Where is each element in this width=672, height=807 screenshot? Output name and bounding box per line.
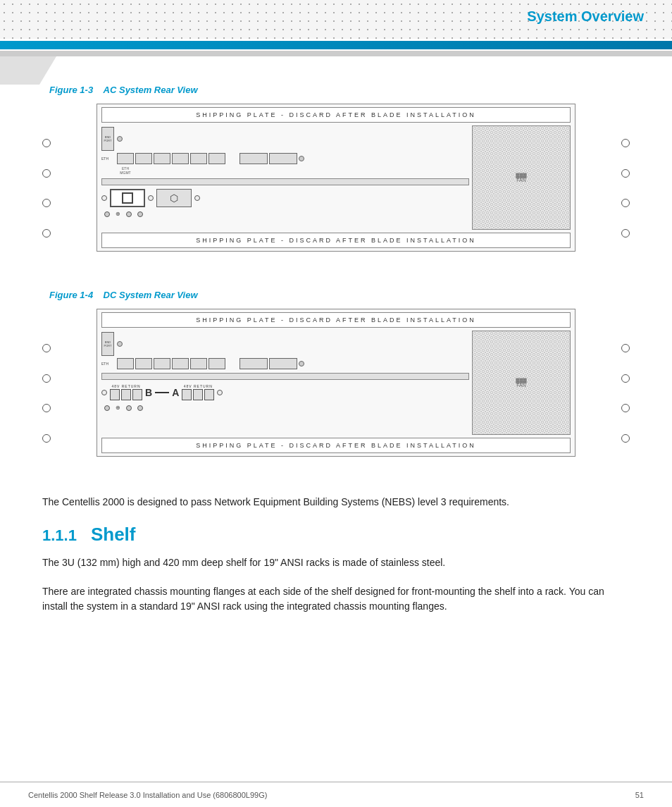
dc-circle-l3: [42, 404, 51, 412]
rack-middle-ac: BND PORT ETH: [97, 125, 575, 230]
body-text-nebs: The Centellis 2000 is designed to pass N…: [42, 495, 630, 510]
ac-rack-diagram: SHIPPING PLATE - DISCARD AFTER BLADE INS…: [97, 104, 575, 252]
dc-circle-l1: [42, 344, 51, 352]
shipping-plate-bottom-ac: SHIPPING PLATE - DISCARD AFTER BLADE INS…: [101, 233, 571, 248]
dc-circle-r4: [621, 434, 630, 443]
header-gray-bar: [0, 51, 672, 56]
circle-2: [42, 169, 51, 178]
body-text-shelf-1: The 3U (132 mm) high and 420 mm deep she…: [42, 555, 630, 570]
figure-1-4-caption: Figure 1-4 DC System Rear View: [49, 290, 630, 300]
body-text-shelf-2: There are integrated chassis mounting fl…: [42, 584, 630, 614]
circle-4: [42, 229, 51, 238]
shipping-plate-top-ac: SHIPPING PLATE - DISCARD AFTER BLADE INS…: [101, 107, 571, 123]
page-footer: Centellis 2000 Shelf Release 3.0 Install…: [0, 782, 672, 807]
circle-3: [42, 199, 51, 207]
footer-right: 51: [635, 791, 644, 799]
rack-middle-dc: BND PORT ETH: [97, 331, 575, 435]
circle-1: [42, 139, 51, 147]
dc-circle-l2: [42, 374, 51, 383]
section-1-1-1: 1.1.1 Shelf: [42, 524, 630, 546]
ac-diagram-container: SHIPPING PLATE - DISCARD AFTER BLADE INS…: [42, 104, 630, 273]
dc-rack-diagram: SHIPPING PLATE - DISCARD AFTER BLADE INS…: [97, 309, 575, 457]
dc-circle-l4: [42, 434, 51, 443]
page-header: System Overview: [0, 0, 672, 56]
main-content: Figure 1-3 AC System Rear View SHIPPING …: [0, 70, 672, 649]
right-circles-dc: [621, 319, 630, 467]
circle-r3: [621, 199, 630, 207]
section-number: 1.1.1: [42, 526, 77, 545]
figure-1-3-caption: Figure 1-3 AC System Rear View: [49, 85, 630, 95]
section-title: Shelf: [91, 524, 136, 546]
dc-diagram-container: SHIPPING PLATE - DISCARD AFTER BLADE INS…: [42, 309, 630, 478]
header-blue-bar: [0, 41, 672, 49]
rack-left-ac: BND PORT ETH: [101, 125, 469, 230]
left-circles-ac: [42, 114, 51, 262]
rack-left-dc: BND PORT ETH: [101, 331, 469, 435]
shipping-plate-bottom-dc: SHIPPING PLATE - DISCARD AFTER BLADE INS…: [101, 438, 571, 453]
page-title: System Overview: [527, 8, 644, 25]
dc-circle-r3: [621, 404, 630, 412]
footer-left: Centellis 2000 Shelf Release 3.0 Install…: [28, 791, 267, 799]
ports-row-1-dc: ETH: [101, 357, 469, 370]
power-row-ac: ⬡: [101, 188, 469, 208]
circle-r2: [621, 169, 630, 178]
rack-right-ac: ▓▓▓FAN: [472, 125, 571, 230]
dc-circle-r1: [621, 344, 630, 352]
left-circles-dc: [42, 319, 51, 467]
shipping-plate-top-dc: SHIPPING PLATE - DISCARD AFTER BLADE INS…: [101, 312, 571, 328]
circle-r1: [621, 139, 630, 147]
dc-circle-r2: [621, 374, 630, 383]
rack-right-dc: ▓▓▓FAN: [472, 331, 571, 435]
circle-r4: [621, 229, 630, 238]
ports-row-1-ac: ETH: [101, 152, 469, 165]
right-circles-ac: [621, 114, 630, 262]
